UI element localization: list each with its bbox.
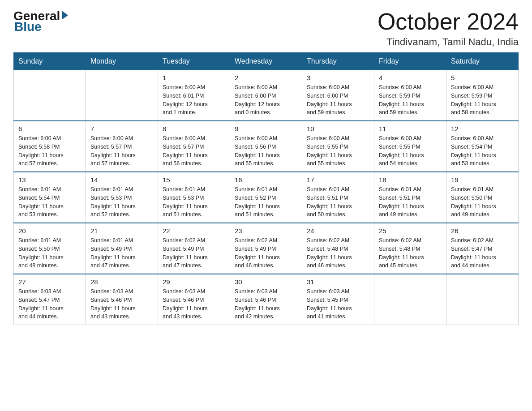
calendar-cell: 28Sunrise: 6:03 AM Sunset: 5:46 PM Dayli… xyxy=(86,274,158,325)
day-info: Sunrise: 6:00 AM Sunset: 5:57 PM Dayligh… xyxy=(90,134,153,168)
day-number: 7 xyxy=(90,125,153,133)
day-info: Sunrise: 6:02 AM Sunset: 5:47 PM Dayligh… xyxy=(451,236,514,270)
day-info: Sunrise: 6:00 AM Sunset: 5:59 PM Dayligh… xyxy=(379,83,442,117)
weekday-header-saturday: Saturday xyxy=(446,53,519,70)
day-number: 12 xyxy=(451,125,514,133)
day-number: 15 xyxy=(163,176,225,184)
day-number: 1 xyxy=(163,74,225,81)
day-number: 14 xyxy=(90,176,153,184)
weekday-header-sunday: Sunday xyxy=(14,53,86,70)
calendar-cell: 21Sunrise: 6:01 AM Sunset: 5:49 PM Dayli… xyxy=(86,223,158,274)
day-info: Sunrise: 6:03 AM Sunset: 5:47 PM Dayligh… xyxy=(18,287,81,321)
page-header: General Blue October 2024 Tindivanam, Ta… xyxy=(13,9,519,48)
calendar-week-row: 1Sunrise: 6:00 AM Sunset: 6:01 PM Daylig… xyxy=(14,70,519,121)
calendar-cell: 10Sunrise: 6:00 AM Sunset: 5:55 PM Dayli… xyxy=(302,121,374,172)
calendar-cell xyxy=(86,70,158,121)
day-info: Sunrise: 6:00 AM Sunset: 5:54 PM Dayligh… xyxy=(451,134,514,168)
day-info: Sunrise: 6:01 AM Sunset: 5:50 PM Dayligh… xyxy=(451,185,514,219)
day-info: Sunrise: 6:01 AM Sunset: 5:51 PM Dayligh… xyxy=(307,185,369,219)
day-info: Sunrise: 6:02 AM Sunset: 5:49 PM Dayligh… xyxy=(163,236,225,270)
weekday-header-monday: Monday xyxy=(86,53,158,70)
day-number: 28 xyxy=(90,278,153,286)
day-number: 8 xyxy=(163,125,225,133)
calendar-cell: 7Sunrise: 6:00 AM Sunset: 5:57 PM Daylig… xyxy=(86,121,158,172)
day-number: 17 xyxy=(307,176,369,184)
day-info: Sunrise: 6:01 AM Sunset: 5:53 PM Dayligh… xyxy=(163,185,225,219)
calendar-cell: 16Sunrise: 6:01 AM Sunset: 5:52 PM Dayli… xyxy=(230,172,302,223)
day-info: Sunrise: 6:03 AM Sunset: 5:45 PM Dayligh… xyxy=(307,287,369,321)
day-info: Sunrise: 6:02 AM Sunset: 5:49 PM Dayligh… xyxy=(235,236,297,270)
calendar-week-row: 20Sunrise: 6:01 AM Sunset: 5:50 PM Dayli… xyxy=(14,223,519,274)
day-info: Sunrise: 6:01 AM Sunset: 5:49 PM Dayligh… xyxy=(90,236,153,270)
day-number: 9 xyxy=(235,125,297,133)
day-number: 4 xyxy=(379,74,442,81)
day-number: 19 xyxy=(451,176,514,184)
day-number: 13 xyxy=(18,176,81,184)
day-info: Sunrise: 6:01 AM Sunset: 5:51 PM Dayligh… xyxy=(379,185,442,219)
calendar-cell: 26Sunrise: 6:02 AM Sunset: 5:47 PM Dayli… xyxy=(446,223,519,274)
weekday-header-tuesday: Tuesday xyxy=(158,53,230,70)
calendar-cell: 3Sunrise: 6:00 AM Sunset: 6:00 PM Daylig… xyxy=(302,70,374,121)
calendar-cell: 5Sunrise: 6:00 AM Sunset: 5:59 PM Daylig… xyxy=(446,70,519,121)
weekday-header-friday: Friday xyxy=(374,53,446,70)
calendar-cell: 6Sunrise: 6:00 AM Sunset: 5:58 PM Daylig… xyxy=(14,121,86,172)
day-info: Sunrise: 6:00 AM Sunset: 5:59 PM Dayligh… xyxy=(451,83,514,117)
calendar-cell: 9Sunrise: 6:00 AM Sunset: 5:56 PM Daylig… xyxy=(230,121,302,172)
day-number: 2 xyxy=(235,74,297,81)
calendar-cell xyxy=(446,274,519,325)
day-number: 25 xyxy=(379,227,442,235)
calendar-cell: 22Sunrise: 6:02 AM Sunset: 5:49 PM Dayli… xyxy=(158,223,230,274)
day-info: Sunrise: 6:02 AM Sunset: 5:48 PM Dayligh… xyxy=(307,236,369,270)
calendar-cell: 24Sunrise: 6:02 AM Sunset: 5:48 PM Dayli… xyxy=(302,223,374,274)
calendar-cell: 31Sunrise: 6:03 AM Sunset: 5:45 PM Dayli… xyxy=(302,274,374,325)
calendar-cell: 2Sunrise: 6:00 AM Sunset: 6:00 PM Daylig… xyxy=(230,70,302,121)
calendar-cell: 20Sunrise: 6:01 AM Sunset: 5:50 PM Dayli… xyxy=(14,223,86,274)
weekday-header-thursday: Thursday xyxy=(302,53,374,70)
calendar-cell: 13Sunrise: 6:01 AM Sunset: 5:54 PM Dayli… xyxy=(14,172,86,223)
day-number: 29 xyxy=(163,278,225,286)
logo-blue-text: Blue xyxy=(14,20,42,34)
calendar-cell: 23Sunrise: 6:02 AM Sunset: 5:49 PM Dayli… xyxy=(230,223,302,274)
day-number: 16 xyxy=(235,176,297,184)
calendar-cell: 25Sunrise: 6:02 AM Sunset: 5:48 PM Dayli… xyxy=(374,223,446,274)
calendar-cell: 19Sunrise: 6:01 AM Sunset: 5:50 PM Dayli… xyxy=(446,172,519,223)
logo-arrow-icon xyxy=(62,11,68,20)
day-info: Sunrise: 6:01 AM Sunset: 5:53 PM Dayligh… xyxy=(90,185,153,219)
calendar-cell: 14Sunrise: 6:01 AM Sunset: 5:53 PM Dayli… xyxy=(86,172,158,223)
day-info: Sunrise: 6:03 AM Sunset: 5:46 PM Dayligh… xyxy=(235,287,297,321)
day-number: 5 xyxy=(451,74,514,81)
title-section: October 2024 Tindivanam, Tamil Nadu, Ind… xyxy=(378,9,519,48)
day-info: Sunrise: 6:00 AM Sunset: 5:55 PM Dayligh… xyxy=(307,134,369,168)
day-number: 6 xyxy=(18,125,81,133)
weekday-header-row: SundayMondayTuesdayWednesdayThursdayFrid… xyxy=(14,53,519,70)
calendar-cell: 12Sunrise: 6:00 AM Sunset: 5:54 PM Dayli… xyxy=(446,121,519,172)
day-number: 18 xyxy=(379,176,442,184)
day-number: 3 xyxy=(307,74,369,81)
day-number: 21 xyxy=(90,227,153,235)
day-info: Sunrise: 6:00 AM Sunset: 5:57 PM Dayligh… xyxy=(163,134,225,168)
day-info: Sunrise: 6:02 AM Sunset: 5:48 PM Dayligh… xyxy=(379,236,442,270)
day-info: Sunrise: 6:00 AM Sunset: 5:56 PM Dayligh… xyxy=(235,134,297,168)
day-info: Sunrise: 6:00 AM Sunset: 5:58 PM Dayligh… xyxy=(18,134,81,168)
day-number: 10 xyxy=(307,125,369,133)
day-number: 22 xyxy=(163,227,225,235)
weekday-header-wednesday: Wednesday xyxy=(230,53,302,70)
day-info: Sunrise: 6:00 AM Sunset: 6:01 PM Dayligh… xyxy=(163,83,225,117)
calendar-table: SundayMondayTuesdayWednesdayThursdayFrid… xyxy=(13,52,519,325)
month-year-title: October 2024 xyxy=(378,9,519,34)
calendar-week-row: 27Sunrise: 6:03 AM Sunset: 5:47 PM Dayli… xyxy=(14,274,519,325)
calendar-cell: 4Sunrise: 6:00 AM Sunset: 5:59 PM Daylig… xyxy=(374,70,446,121)
calendar-week-row: 13Sunrise: 6:01 AM Sunset: 5:54 PM Dayli… xyxy=(14,172,519,223)
day-number: 20 xyxy=(18,227,81,235)
day-info: Sunrise: 6:00 AM Sunset: 6:00 PM Dayligh… xyxy=(307,83,369,117)
day-info: Sunrise: 6:00 AM Sunset: 5:55 PM Dayligh… xyxy=(379,134,442,168)
calendar-cell: 30Sunrise: 6:03 AM Sunset: 5:46 PM Dayli… xyxy=(230,274,302,325)
calendar-cell xyxy=(374,274,446,325)
calendar-cell xyxy=(14,70,86,121)
calendar-cell: 18Sunrise: 6:01 AM Sunset: 5:51 PM Dayli… xyxy=(374,172,446,223)
day-number: 23 xyxy=(235,227,297,235)
day-info: Sunrise: 6:03 AM Sunset: 5:46 PM Dayligh… xyxy=(163,287,225,321)
calendar-cell: 15Sunrise: 6:01 AM Sunset: 5:53 PM Dayli… xyxy=(158,172,230,223)
day-info: Sunrise: 6:00 AM Sunset: 6:00 PM Dayligh… xyxy=(235,83,297,117)
day-number: 30 xyxy=(235,278,297,286)
